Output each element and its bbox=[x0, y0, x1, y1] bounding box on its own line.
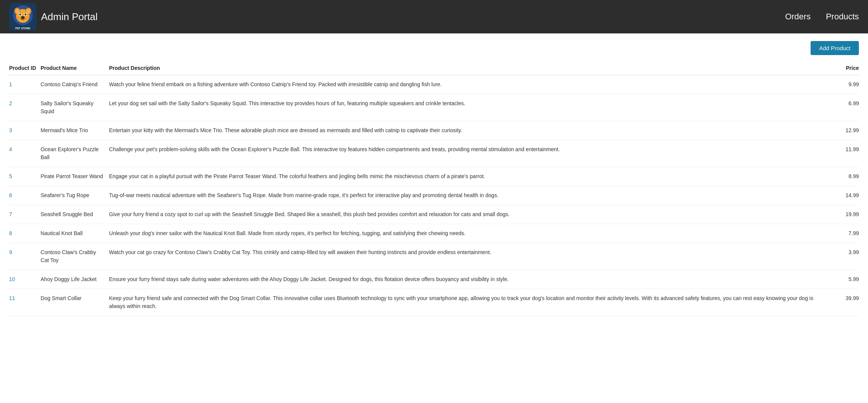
cell-name: Seafarer's Tug Rope bbox=[41, 186, 109, 205]
cell-name: Ahoy Doggy Life Jacket bbox=[41, 270, 109, 289]
col-header-desc: Product Description bbox=[109, 61, 832, 75]
cell-name: Seashell Snuggle Bed bbox=[41, 205, 109, 224]
cell-id: 9 bbox=[9, 243, 41, 270]
cell-id: 1 bbox=[9, 75, 41, 94]
cell-id: 7 bbox=[9, 205, 41, 224]
col-header-name: Product Name bbox=[41, 61, 109, 75]
logo-area: PET STORE Admin Portal bbox=[9, 3, 98, 30]
cell-id: 8 bbox=[9, 224, 41, 243]
cell-price: 8.99 bbox=[832, 167, 859, 186]
svg-point-12 bbox=[16, 16, 20, 20]
cell-desc: Watch your feline friend embark on a fis… bbox=[109, 75, 832, 94]
product-id-link[interactable]: 3 bbox=[9, 127, 12, 133]
cell-desc: Engage your cat in a playful pursuit wit… bbox=[109, 167, 832, 186]
nav-orders[interactable]: Orders bbox=[785, 12, 811, 22]
product-id-link[interactable]: 5 bbox=[9, 173, 12, 179]
product-id-link[interactable]: 6 bbox=[9, 192, 12, 198]
cell-desc: Challenge your pet's problem-solving ski… bbox=[109, 140, 832, 167]
cell-price: 39.99 bbox=[832, 289, 859, 316]
cell-desc: Entertain your kitty with the Mermaid's … bbox=[109, 121, 832, 140]
table-row: 7Seashell Snuggle BedGive your furry fri… bbox=[9, 205, 859, 224]
nav-products[interactable]: Products bbox=[826, 12, 859, 22]
svg-point-13 bbox=[25, 16, 29, 20]
cell-desc: Ensure your furry friend stays safe duri… bbox=[109, 270, 832, 289]
svg-point-9 bbox=[19, 14, 21, 16]
cell-name: Dog Smart Collar bbox=[41, 289, 109, 316]
cell-price: 14.99 bbox=[832, 186, 859, 205]
table-row: 6Seafarer's Tug RopeTug-of-war meets nau… bbox=[9, 186, 859, 205]
cell-id: 3 bbox=[9, 121, 41, 140]
cell-price: 3.99 bbox=[832, 243, 859, 270]
svg-text:PET STORE: PET STORE bbox=[15, 27, 30, 30]
table-row: 3Mermaid's Mice TrioEntertain your kitty… bbox=[9, 121, 859, 140]
cell-name: Ocean Explorer's Puzzle Ball bbox=[41, 140, 109, 167]
cell-name: Nautical Knot Ball bbox=[41, 224, 109, 243]
cell-id: 10 bbox=[9, 270, 41, 289]
col-header-price: Price bbox=[832, 61, 859, 75]
cell-desc: Tug-of-war meets nautical adventure with… bbox=[109, 186, 832, 205]
cell-price: 19.99 bbox=[832, 205, 859, 224]
cell-id: 5 bbox=[9, 167, 41, 186]
table-header: Product ID Product Name Product Descript… bbox=[9, 61, 859, 75]
header-nav: Orders Products bbox=[785, 12, 859, 22]
toolbar: Add Product bbox=[9, 41, 859, 55]
cell-price: 9.99 bbox=[832, 75, 859, 94]
cell-desc: Let your dog set sail with the Salty Sai… bbox=[109, 94, 832, 121]
table-body: 1Contoso Catnip's FriendWatch your felin… bbox=[9, 75, 859, 316]
svg-point-10 bbox=[25, 14, 27, 16]
logo-icon: PET STORE bbox=[9, 3, 36, 30]
table-row: 2Salty Sailor's Squeaky SquidLet your do… bbox=[9, 94, 859, 121]
table-row: 4Ocean Explorer's Puzzle BallChallenge y… bbox=[9, 140, 859, 167]
cell-name: Mermaid's Mice Trio bbox=[41, 121, 109, 140]
cell-desc: Keep your furry friend safe and connecte… bbox=[109, 289, 832, 316]
cell-price: 5.99 bbox=[832, 270, 859, 289]
cell-desc: Give your furry friend a cozy spot to cu… bbox=[109, 205, 832, 224]
cell-id: 4 bbox=[9, 140, 41, 167]
table-row: 10Ahoy Doggy Life JacketEnsure your furr… bbox=[9, 270, 859, 289]
logo: PET STORE bbox=[9, 3, 36, 30]
col-header-id: Product ID bbox=[9, 61, 41, 75]
product-id-link[interactable]: 2 bbox=[9, 100, 12, 106]
cell-price: 11.99 bbox=[832, 140, 859, 167]
add-product-button[interactable]: Add Product bbox=[811, 41, 859, 55]
cell-name: Contoso Claw's Crabby Cat Toy bbox=[41, 243, 109, 270]
cell-price: 7.99 bbox=[832, 224, 859, 243]
product-id-link[interactable]: 9 bbox=[9, 249, 12, 255]
product-id-link[interactable]: 11 bbox=[9, 295, 15, 301]
product-id-link[interactable]: 8 bbox=[9, 230, 12, 236]
cell-desc: Unleash your dog's inner sailor with the… bbox=[109, 224, 832, 243]
cell-name: Pirate Parrot Teaser Wand bbox=[41, 167, 109, 186]
cell-desc: Watch your cat go crazy for Contoso Claw… bbox=[109, 243, 832, 270]
cell-name: Contoso Catnip's Friend bbox=[41, 75, 109, 94]
table-row: 11Dog Smart CollarKeep your furry friend… bbox=[9, 289, 859, 316]
cell-id: 11 bbox=[9, 289, 41, 316]
cell-id: 2 bbox=[9, 94, 41, 121]
product-id-link[interactable]: 4 bbox=[9, 146, 12, 152]
main-content: Add Product Product ID Product Name Prod… bbox=[0, 33, 868, 324]
app-title: Admin Portal bbox=[41, 11, 98, 23]
table-row: 8Nautical Knot BallUnleash your dog's in… bbox=[9, 224, 859, 243]
product-id-link[interactable]: 7 bbox=[9, 211, 12, 217]
table-row: 9Contoso Claw's Crabby Cat ToyWatch your… bbox=[9, 243, 859, 270]
product-id-link[interactable]: 1 bbox=[9, 81, 12, 87]
cell-id: 6 bbox=[9, 186, 41, 205]
table-row: 1Contoso Catnip's FriendWatch your felin… bbox=[9, 75, 859, 94]
products-table: Product ID Product Name Product Descript… bbox=[9, 61, 859, 316]
cell-name: Salty Sailor's Squeaky Squid bbox=[41, 94, 109, 121]
product-id-link[interactable]: 10 bbox=[9, 276, 15, 282]
header: PET STORE Admin Portal Orders Products bbox=[0, 0, 868, 33]
cell-price: 6.99 bbox=[832, 94, 859, 121]
svg-point-11 bbox=[21, 16, 25, 19]
table-row: 5Pirate Parrot Teaser WandEngage your ca… bbox=[9, 167, 859, 186]
cell-price: 12.99 bbox=[832, 121, 859, 140]
